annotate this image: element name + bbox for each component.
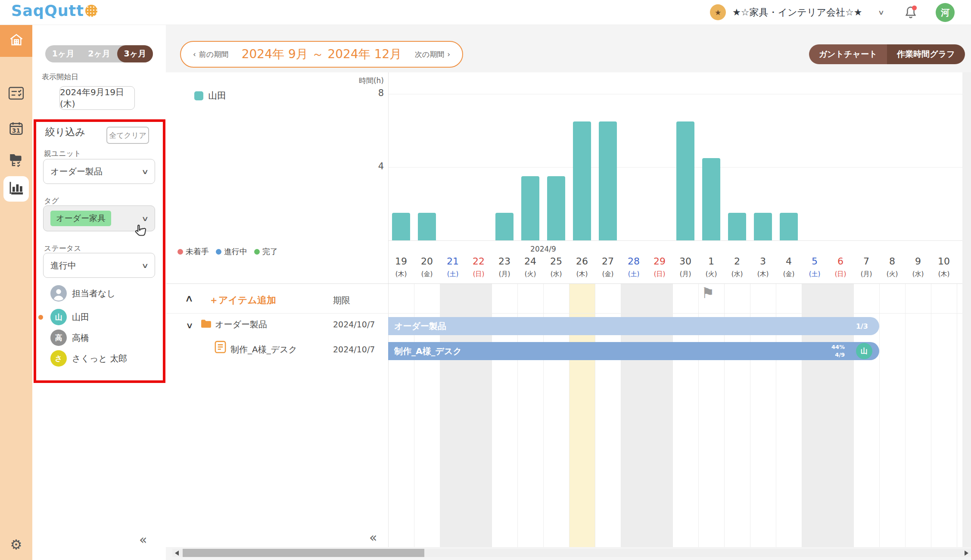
task-assignee-avatar[interactable]: 山 <box>856 343 872 359</box>
assignee-name: 山田 <box>72 311 89 323</box>
y-tick-4: 4 <box>330 161 384 171</box>
scroll-left-arrow[interactable] <box>175 551 179 556</box>
weekday-label: (金) <box>595 270 621 278</box>
vertical-scrollbar[interactable] <box>962 72 971 547</box>
assignee-item[interactable]: ささくっと 太郎 <box>32 350 162 368</box>
weekday-label: (月) <box>853 270 879 278</box>
chevron-down-icon: ∨ <box>141 168 149 176</box>
status-legend-item: 未着手 <box>177 246 209 257</box>
assignee-item[interactable]: 高高橋 <box>32 329 162 347</box>
date-label: 28 <box>621 256 647 267</box>
calendar-icon: 31 <box>9 121 24 138</box>
tab-gantt-chart[interactable]: ガントチャート <box>809 44 887 64</box>
legend-color-swatch <box>194 91 203 100</box>
chevron-down-icon[interactable]: ∨ <box>878 9 884 16</box>
group-row-name[interactable]: オーダー製品 <box>215 319 267 330</box>
cookie-icon <box>85 5 97 17</box>
weekday-label: (木) <box>569 270 595 278</box>
sidebar-item-work-graph-active[interactable] <box>3 176 29 202</box>
add-item-button[interactable]: ＋アイテム追加 <box>209 294 276 307</box>
task-progress: 44% 4/9 <box>831 343 845 359</box>
task-progress-percent: 44% <box>831 343 845 351</box>
scroll-right-arrow[interactable] <box>965 551 968 556</box>
date-label: 7 <box>853 256 879 267</box>
horizontal-scrollbar-thumb[interactable] <box>183 549 424 557</box>
folder-icon <box>200 319 212 330</box>
task-row-name[interactable]: 制作_A様_デスク <box>230 344 297 355</box>
document-icon <box>214 340 227 355</box>
task-list-collapse-button[interactable]: « <box>369 530 377 545</box>
period-option-1ヶ月[interactable]: 1ヶ月 <box>45 45 81 62</box>
date-label: 3 <box>750 256 776 267</box>
date-label: 8 <box>879 256 905 267</box>
sidebar-item-tasks[interactable] <box>0 81 32 107</box>
work-hours-bar <box>599 121 617 240</box>
start-date-input[interactable]: 2024年9月19日(木) <box>59 86 135 110</box>
y-tick-8: 8 <box>330 88 384 98</box>
weekday-label: (土) <box>440 270 466 278</box>
sidebar-item-projects[interactable] <box>0 148 32 174</box>
parent-unit-value: オーダー製品 <box>50 166 103 177</box>
work-hours-bar <box>495 213 514 240</box>
tag-chip: オーダー家具 <box>50 211 111 226</box>
notification-bell-icon[interactable] <box>904 5 918 22</box>
workspace-name[interactable]: ★☆家具・インテリア会社☆★ <box>732 6 862 19</box>
panel-collapse-button[interactable]: « <box>139 532 147 547</box>
status-select[interactable]: 進行中 ∨ <box>43 253 155 278</box>
next-period-button[interactable]: 次の期間 › <box>415 50 450 59</box>
date-label: 23 <box>492 256 517 267</box>
gantt-bar-group[interactable]: オーダー製品 1/3 <box>388 317 879 335</box>
status-legend-label: 未着手 <box>186 246 209 257</box>
app-logo[interactable]: SaqQutt <box>11 2 97 19</box>
workspace-avatar[interactable]: ★ <box>710 4 726 20</box>
status-dot-icon <box>216 249 221 255</box>
collapse-all-chevron-up[interactable]: ∧ <box>185 293 194 304</box>
weekday-label: (木) <box>750 270 776 278</box>
assignee-item[interactable]: 山山田 <box>32 308 162 327</box>
weekday-label: (日) <box>466 270 492 278</box>
gantt-header-divider <box>166 313 962 314</box>
status-label: ステータス <box>44 243 81 253</box>
work-hours-bar <box>521 176 539 240</box>
sidebar-item-home[interactable] <box>0 25 32 57</box>
task-row-deadline: 2024/10/7 <box>333 345 375 354</box>
work-hours-bar <box>547 176 565 240</box>
date-label: 29 <box>647 256 672 267</box>
gantt-bar-task[interactable]: 制作_A様_デスク 44% 4/9 山 <box>388 342 879 360</box>
work-hours-bar <box>754 213 772 240</box>
period-option-3ヶ月[interactable]: 3ヶ月 <box>117 45 153 62</box>
parent-unit-select[interactable]: オーダー製品 ∨ <box>43 159 155 184</box>
weekday-label: (金) <box>957 270 962 278</box>
assignee-item[interactable]: 担当者なし <box>32 285 162 303</box>
period-range-label: 2024年 9月 ～ 2024年 12月 <box>228 46 415 62</box>
group-expand-chevron-down[interactable]: ∨ <box>186 320 193 330</box>
weekday-label: (木) <box>931 270 957 278</box>
tab-work-time-graph[interactable]: 作業時間グラフ <box>887 44 965 64</box>
date-label: 19 <box>388 256 414 267</box>
prev-period-button[interactable]: ‹ 前の期間 <box>193 50 228 59</box>
date-label: 10 <box>931 256 957 267</box>
assignee-avatar: 山 <box>50 309 67 325</box>
filter-title: 絞り込み <box>45 125 85 139</box>
weekday-label: (土) <box>621 270 647 278</box>
status-legend: 未着手進行中完了 <box>177 246 278 257</box>
gantt-grid-line <box>931 283 931 547</box>
user-avatar[interactable]: 河 <box>936 3 955 22</box>
status-legend-item: 進行中 <box>216 246 247 257</box>
assignee-name: 高橋 <box>72 332 89 344</box>
period-option-2ヶ月[interactable]: 2ヶ月 <box>81 45 117 62</box>
work-hours-bar <box>418 213 436 240</box>
view-toggle: ガントチャート 作業時間グラフ <box>809 44 965 64</box>
milestone-flag-icon[interactable]: ⚑ <box>701 284 714 302</box>
weekday-label: (月) <box>492 270 517 278</box>
chevron-right-icon: › <box>447 50 450 59</box>
active-assignee-dot <box>38 315 43 320</box>
weekday-label: (火) <box>879 270 905 278</box>
horizontal-scrollbar[interactable] <box>172 549 971 557</box>
sidebar-item-calendar[interactable]: 31 <box>0 116 32 142</box>
svg-text:31: 31 <box>12 127 20 134</box>
clear-all-filters-button[interactable]: 全てクリア <box>106 127 149 144</box>
weekday-label: (土) <box>802 270 828 278</box>
date-label: 26 <box>569 256 595 267</box>
settings-gear-button[interactable]: ⚙ <box>0 534 32 555</box>
